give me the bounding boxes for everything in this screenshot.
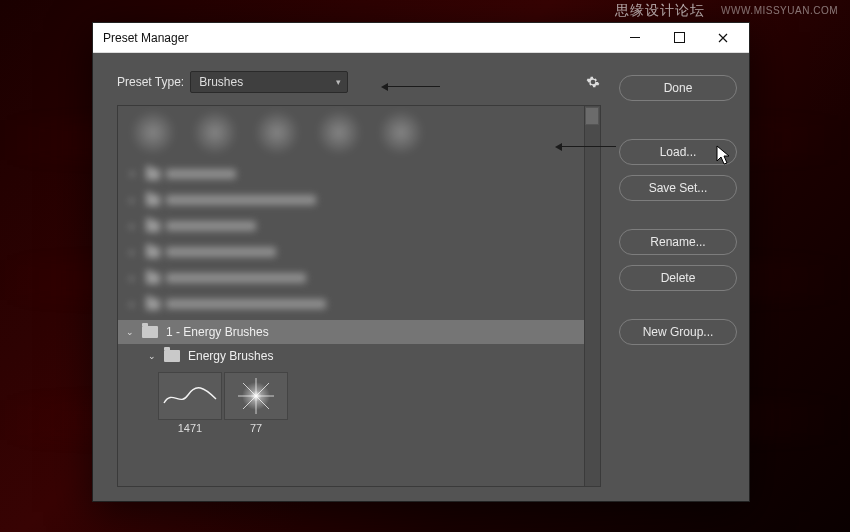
rename-button[interactable]: Rename... bbox=[619, 229, 737, 255]
save-set-button[interactable]: Save Set... bbox=[619, 175, 737, 201]
done-button[interactable]: Done bbox=[619, 75, 737, 101]
titlebar-title: Preset Manager bbox=[103, 31, 613, 45]
preset-list-panel: ▾ ▸ ▸ ▸ ▸ ▸ ⌄ 1 - Energy Brushes ⌄ bbox=[117, 105, 601, 487]
starburst-icon bbox=[236, 376, 276, 416]
delete-button[interactable]: Delete bbox=[619, 265, 737, 291]
preset-manager-dialog: Preset Manager Preset Type: Brushes ▾ bbox=[92, 22, 750, 502]
tree-group-energy-brushes[interactable]: ⌄ 1 - Energy Brushes bbox=[118, 320, 584, 344]
maximize-button[interactable] bbox=[657, 23, 701, 52]
close-button[interactable] bbox=[701, 23, 745, 52]
load-button[interactable]: Load... bbox=[619, 139, 737, 165]
watermark-url: WWW.MISSYUAN.COM bbox=[721, 5, 838, 16]
blurred-content: ▾ ▸ ▸ ▸ ▸ ▸ bbox=[118, 106, 600, 320]
brush-size-label: 77 bbox=[250, 422, 262, 434]
brush-tile-1471[interactable]: 1471 bbox=[158, 372, 222, 434]
titlebar: Preset Manager bbox=[93, 23, 749, 53]
brush-stroke-icon bbox=[162, 381, 218, 411]
brush-size-label: 1471 bbox=[178, 422, 202, 434]
chevron-down-icon: ▾ bbox=[336, 77, 341, 87]
gear-icon[interactable] bbox=[585, 74, 601, 90]
tree-group-label: 1 - Energy Brushes bbox=[166, 325, 269, 339]
preset-type-select[interactable]: Brushes ▾ bbox=[190, 71, 348, 93]
preset-type-label: Preset Type: bbox=[117, 75, 184, 89]
tree-subgroup-energy-brushes[interactable]: ⌄ Energy Brushes bbox=[140, 344, 584, 368]
folder-icon bbox=[142, 326, 158, 338]
preset-type-value: Brushes bbox=[199, 75, 243, 89]
annotation-arrow bbox=[558, 146, 616, 147]
annotation-arrow bbox=[384, 86, 440, 87]
chevron-down-icon: ⌄ bbox=[124, 327, 136, 337]
tree-subgroup-label: Energy Brushes bbox=[188, 349, 273, 363]
new-group-button[interactable]: New Group... bbox=[619, 319, 737, 345]
brush-tile-77[interactable]: 77 bbox=[224, 372, 288, 434]
chevron-down-icon: ⌄ bbox=[146, 351, 158, 361]
watermark-cn: 思缘设计论坛 bbox=[615, 2, 705, 20]
minimize-button[interactable] bbox=[613, 23, 657, 52]
folder-icon bbox=[164, 350, 180, 362]
